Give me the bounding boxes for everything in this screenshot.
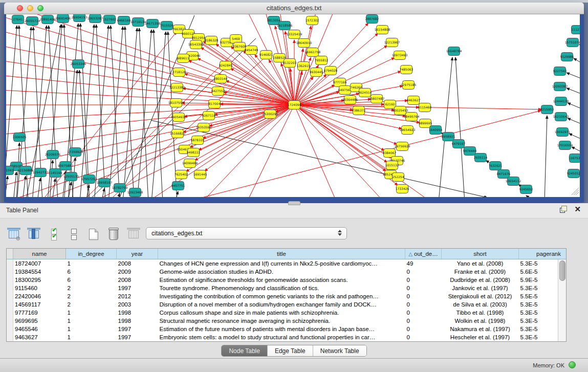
graph-node[interactable]: 2887682 xyxy=(365,15,379,24)
select-column-icon[interactable] xyxy=(27,228,40,241)
graph-node[interactable]: 1167533 xyxy=(569,154,580,163)
graph-node[interactable]: 19654923 xyxy=(400,126,416,135)
graph-node[interactable]: 9384067 xyxy=(383,149,397,158)
graph-node[interactable]: 8186328 xyxy=(205,36,219,45)
cell-out-de-[interactable]: 0 xyxy=(405,309,442,317)
graph-node[interactable]: 18640910 xyxy=(296,39,312,48)
graph-node[interactable]: 989611 xyxy=(178,54,189,63)
cell-short[interactable]: Tibbo et al. (1998) xyxy=(442,309,519,317)
cell-out-de-[interactable]: 0 xyxy=(405,276,442,284)
graph-node[interactable]: 16782759 xyxy=(112,184,128,192)
cell-year[interactable]: 2009 xyxy=(117,268,158,276)
scrollbar-thumb[interactable] xyxy=(559,260,565,281)
graph-node[interactable]: 1691445 xyxy=(193,170,207,179)
graph-node[interactable]: 17016504 xyxy=(557,141,573,150)
graph-node[interactable]: 18107554 xyxy=(168,99,184,107)
graph-node[interactable]: 1145194 xyxy=(49,169,62,178)
cell-in-degree[interactable]: 2 xyxy=(66,300,117,309)
graph-node[interactable]: 1527602 xyxy=(103,15,117,24)
table-row[interactable]: 2242004622012Investigating the contribut… xyxy=(7,292,567,300)
graph-node[interactable]: 12156889 xyxy=(18,166,34,175)
cell-year[interactable]: 2003 xyxy=(117,300,158,309)
graph-node[interactable]: 9498222 xyxy=(187,148,201,157)
cell-name[interactable]: 19384554 xyxy=(13,268,66,276)
graph-node[interactable]: 9242845 xyxy=(219,61,233,70)
graph-node[interactable]: 15166822 xyxy=(170,129,186,138)
graph-node[interactable]: 16961758 xyxy=(305,48,321,57)
table-row[interactable]: 946362711997Embryonic stem cells: a mode… xyxy=(7,333,567,341)
graph-node[interactable]: 9245012 xyxy=(567,169,580,178)
cell-short[interactable]: Stergiakouli et al. (2012) xyxy=(442,292,519,300)
cell-title[interactable]: Disruption of a novel member of a sodium… xyxy=(158,300,405,309)
graph-node[interactable]: 1015132 xyxy=(385,161,399,170)
graph-node[interactable]: 18495764 xyxy=(404,113,420,121)
cell-in-degree[interactable]: 1 xyxy=(66,317,117,325)
graph-node[interactable]: 10973493 xyxy=(392,51,408,60)
cell-year[interactable]: 2008 xyxy=(117,259,158,268)
graph-node[interactable]: 7955812 xyxy=(315,56,329,65)
graph-node[interactable]: 111278 xyxy=(572,26,580,34)
graph-node[interactable]: 20691406 xyxy=(55,14,71,23)
graph-node[interactable]: 12923468 xyxy=(127,188,143,197)
graph-node[interactable]: 8454749 xyxy=(245,46,258,55)
graph-node[interactable]: 2803144 xyxy=(214,75,228,83)
cell-short[interactable]: Jankovic et al. (1997) xyxy=(442,284,519,292)
graph-node[interactable]: 8427552 xyxy=(211,87,225,96)
cell-year[interactable]: 1997 xyxy=(117,284,158,292)
cell-in-degree[interactable]: 2 xyxy=(66,284,117,292)
table-row[interactable]: 1938455462009Genome-wide association stu… xyxy=(7,268,567,276)
cell-name[interactable]: 9465546 xyxy=(13,325,66,333)
graph-node[interactable]: 10958107 xyxy=(97,179,113,187)
graph-node[interactable]: 16154808 xyxy=(375,26,390,34)
table-row[interactable]: 969969511998Structural magnetic resonanc… xyxy=(7,317,567,325)
graph-node[interactable]: 9777169 xyxy=(333,78,347,87)
graph-node[interactable]: 6479197 xyxy=(452,140,466,148)
select-all-checks-icon[interactable] xyxy=(47,228,60,241)
cell-out-de-[interactable]: 0 xyxy=(405,268,442,276)
graph-node[interactable]: 7625402 xyxy=(175,170,188,179)
new-attribute-icon[interactable] xyxy=(87,228,100,241)
graph-node[interactable]: 12093387 xyxy=(552,82,568,91)
graph-node[interactable]: 8132203 xyxy=(283,59,297,68)
delete-attribute-icon[interactable] xyxy=(107,228,120,241)
graph-node[interactable]: 16210643 xyxy=(553,113,569,121)
table-row[interactable]: 1872400712008Changes of HCN gene express… xyxy=(7,259,567,268)
graph-node[interactable]: 9227543 xyxy=(553,67,567,76)
cell-in-degree[interactable]: 1 xyxy=(66,259,117,268)
cell-title[interactable]: Estimation of significance thresholds fo… xyxy=(158,276,405,284)
cell-out-de-[interactable]: 0 xyxy=(405,284,442,292)
graph-node[interactable]: 7632621 xyxy=(489,162,503,170)
cell-out-de-[interactable]: 0 xyxy=(405,317,442,325)
graph-node[interactable]: 1724094 xyxy=(288,101,301,110)
cell-name[interactable]: 18724007 xyxy=(13,259,66,268)
column-header-out-de-[interactable]: △out_de… xyxy=(405,249,442,259)
cell-title[interactable]: Embryonic stem cells: a model to study s… xyxy=(158,333,405,341)
graph-node[interactable]: 7386372 xyxy=(352,106,366,115)
cell-title[interactable]: Corpus callosum shape and size in male p… xyxy=(158,309,405,317)
graph-node[interactable]: 9463627 xyxy=(407,96,421,105)
graph-node[interactable]: 1640954 xyxy=(429,126,443,135)
close-panel-icon[interactable]: ✕ xyxy=(574,206,581,213)
graph-node[interactable]: 17359928 xyxy=(68,148,83,157)
cell-title[interactable]: Tourette syndrome. Phenomenology and cla… xyxy=(158,284,405,292)
table-row[interactable]: 1830029562008Estimation of significance … xyxy=(7,276,567,284)
graph-node[interactable]: 2935114 xyxy=(474,154,488,162)
graph-node[interactable]: 9146821 xyxy=(259,51,273,59)
graph-node[interactable]: 19353594 xyxy=(196,123,212,132)
cell-out-de-[interactable]: 0 xyxy=(405,300,442,309)
tab-node-table[interactable]: Node Table xyxy=(222,345,268,356)
graph-node[interactable]: 26053346 xyxy=(71,60,86,69)
cell-title[interactable]: Changes of HCN gene expression and I(f) … xyxy=(158,259,405,268)
graph-node[interactable]: 12975185 xyxy=(401,81,417,90)
cell-short[interactable]: Franke et al. (2009) xyxy=(442,268,519,276)
cell-short[interactable]: Nakamura et al. (1997) xyxy=(442,325,519,333)
graph-node[interactable]: 23891406 xyxy=(40,15,56,24)
graph-node[interactable]: 16648784 xyxy=(446,47,462,56)
graph-node[interactable]: 9474444 xyxy=(463,147,477,156)
table-row[interactable]: 946554611997Estimation of the future num… xyxy=(7,325,567,333)
graph-node[interactable]: 12213967 xyxy=(384,38,400,47)
table-settings-icon[interactable]: ⚙ xyxy=(7,228,20,241)
cell-out-de-[interactable]: 0 xyxy=(405,292,442,300)
graph-node[interactable]: 12444138 xyxy=(553,97,569,106)
graph-node[interactable]: 252254 xyxy=(393,173,404,182)
